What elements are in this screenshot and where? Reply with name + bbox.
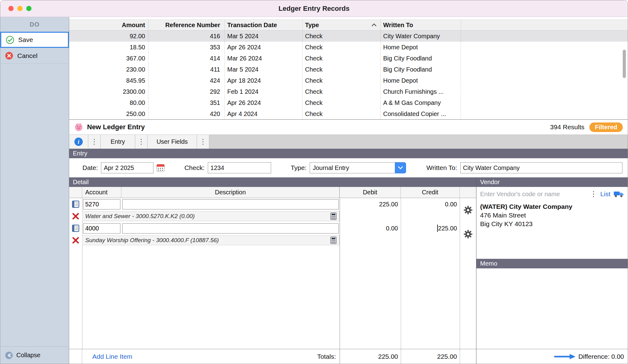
vendor-search-input[interactable] [480,191,587,198]
table-row[interactable]: 250.00 420 Apr 4 2024 Check Consolidated… [69,108,628,119]
detail-panel: Detail Account Description Debit Credit [69,177,476,364]
vendor-panel: Vendor ⋮ List [476,177,628,364]
calculator-icon[interactable] [330,213,337,220]
column-header-transaction-date[interactable]: Transaction Date [225,20,303,30]
vendor-address-line2: Big City KY 40123 [480,220,624,228]
description-field[interactable] [122,223,339,234]
description-field[interactable] [122,199,339,209]
scrollbar-thumb[interactable] [623,50,626,78]
line-item: 225.00 0.00 [69,198,476,222]
debit-cell[interactable]: 0.00 [340,222,401,234]
cancel-button-label: Cancel [17,52,37,60]
account-number-field[interactable] [83,223,120,234]
debit-cell[interactable]: 225.00 [340,198,401,210]
sidebar-header: DO [0,17,69,32]
cancel-button[interactable]: Cancel [0,48,69,64]
new-entry-bar: New Ledger Entry 394 Results Filtered [69,120,628,134]
records-table-header: Amount Reference Number Transaction Date… [69,19,628,31]
vendor-name: (WATER) City Water Company [480,202,624,211]
delete-line-icon[interactable] [72,212,80,220]
table-row[interactable]: 367.00 414 Mar 26 2024 Check Big City Fo… [69,53,628,64]
app-window: Ledger Entry Records DO Save Cancel [0,0,628,364]
difference-row: Difference: 0.00 [476,349,628,364]
dropdown-button[interactable] [395,162,406,173]
credit-cell[interactable]: 0.00 [401,198,460,210]
table-row[interactable]: 2300.00 292 Feb 1 2024 Check Church Furn… [69,86,628,97]
tab-entry-menu-dots[interactable]: ⋮ [135,135,148,149]
save-button[interactable]: Save [0,32,69,48]
check-circle-icon [6,36,14,44]
detail-column-description: Description [121,187,340,198]
detail-column-account: Account [82,187,121,198]
table-row[interactable]: 92.00 416 Mar 5 2024 Check City Water Co… [69,31,628,42]
close-window-button[interactable] [8,6,14,11]
x-circle-icon [5,52,13,60]
column-header-reference-number[interactable]: Reference Number [149,20,225,30]
vendor-list-link[interactable]: List [600,190,610,198]
check-label: Check: [184,164,204,172]
zoom-window-button[interactable] [26,6,31,11]
totals-credit: 225.00 [401,349,460,364]
column-header-written-to[interactable]: Written To [381,20,461,30]
vendor-address-line1: 476 Main Street [480,211,624,220]
tab-entry[interactable]: Entry [101,135,135,149]
table-row[interactable]: 18.50 353 Apr 26 2024 Check Home Depot [69,42,628,53]
tab-user-fields-menu-dots[interactable]: ⋮ [197,135,209,149]
filtered-badge[interactable]: Filtered [589,122,623,132]
chevron-down-icon [398,166,403,169]
traffic-lights [8,0,31,17]
table-row[interactable]: 845.95 424 Apr 18 2024 Check Home Depot [69,75,628,86]
minimize-window-button[interactable] [17,6,23,11]
info-icon: i [74,138,83,146]
type-label: Type: [291,164,307,172]
tab-user-fields[interactable]: User Fields [148,135,197,149]
save-button-label: Save [18,36,33,43]
account-info-text: Sunday Worship Offering - 3000.4000.F (1… [85,237,219,244]
memo-section-header: Memo [476,259,628,268]
calculator-icon[interactable] [330,237,337,244]
ledger-account-icon[interactable] [71,200,80,209]
table-row[interactable]: 230.00 411 Mar 5 2024 Check Big City Foo… [69,64,628,75]
written-to-field[interactable] [460,162,622,173]
table-row[interactable]: 80.00 351 Apr 26 2024 Check A & M Gas Co… [69,97,628,108]
pig-icon [74,122,83,132]
date-field[interactable] [101,162,153,173]
line-settings-gear-icon[interactable] [463,205,473,215]
arrow-right-icon [554,354,576,360]
add-line-item-button[interactable]: Add Line Item [92,353,132,360]
info-button[interactable]: i [69,135,88,149]
vendor-menu-dots[interactable]: ⋮ [590,190,597,198]
collapse-button-label: Collapse [16,352,40,359]
window-title: Ledger Entry Records [278,5,350,13]
account-info-text: Water and Sewer - 3000.5270.K.K2 (0.00) [85,213,195,220]
account-number-field[interactable] [83,199,120,209]
double-chevron-left-icon [5,351,13,359]
collapse-button[interactable]: Collapse [0,346,69,364]
detail-section-header: Detail [69,177,476,187]
line-settings-gear-icon[interactable] [463,230,473,239]
credit-cell[interactable]: 225.00 [401,222,460,234]
column-header-type[interactable]: Type [303,20,381,30]
ledger-account-icon[interactable] [71,224,80,233]
vendor-search-row: ⋮ List [476,187,628,201]
type-dropdown[interactable]: Journal Entry [310,162,406,173]
date-label: Date: [82,164,98,172]
detail-table-body: 225.00 0.00 [69,198,476,349]
written-to-label: Written To: [426,164,457,172]
entry-section-header: Entry [69,149,628,158]
sidebar: DO Save Cancel Collapse [0,17,69,364]
delete-line-icon[interactable] [72,236,80,244]
calendar-icon[interactable] [156,163,165,172]
sort-ascending-icon [371,23,377,27]
title-bar: Ledger Entry Records [0,0,628,17]
vertical-scrollbar[interactable] [622,31,627,118]
tab-bar: i ⋮ Entry ⋮ User Fields ⋮ [69,134,628,149]
truck-icon[interactable] [613,191,624,198]
entry-form: Date: Check: Type: Journa [69,158,628,177]
info-menu-dots[interactable]: ⋮ [88,135,101,149]
type-dropdown-value: Journal Entry [310,162,395,173]
check-number-field[interactable] [208,162,271,173]
memo-field[interactable] [476,268,628,349]
line-item: 0.00 225.00 [69,222,476,246]
column-header-amount[interactable]: Amount [69,20,149,30]
